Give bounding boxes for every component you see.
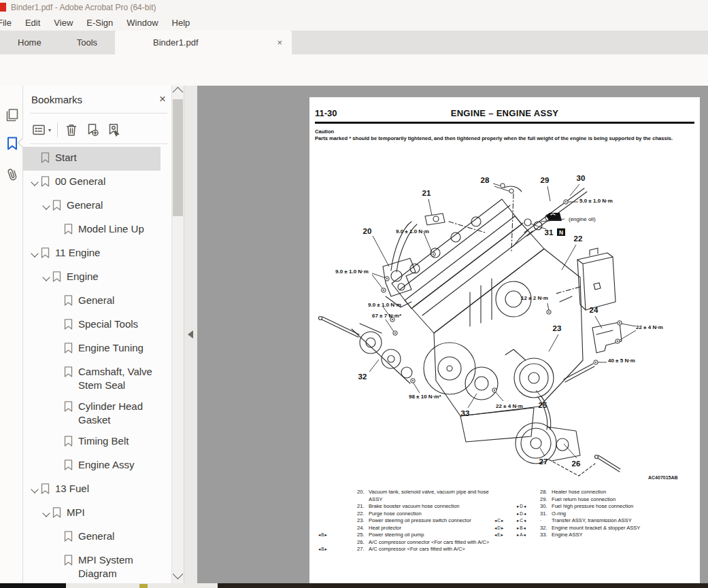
- bookmark-label: Cylinder Head Gasket: [78, 400, 161, 427]
- bookmarks-scrollbar[interactable]: [171, 86, 184, 583]
- legend-text: Engine mount bracket & stopper ASSY: [552, 525, 698, 532]
- bookmark-item[interactable]: Timing Belt: [23, 430, 161, 454]
- legend-item: 23.Power steering oil pressure switch co…: [315, 517, 492, 525]
- bookmark-label: 13 Fuel: [55, 482, 161, 496]
- tab-close-icon[interactable]: ×: [277, 37, 282, 48]
- bookmark-item[interactable]: General: [23, 290, 161, 313]
- chevron-spacer: [52, 341, 63, 346]
- legend-item: 22.Purge hose connection: [315, 511, 492, 518]
- legend-marker: ▸D◂: [517, 503, 540, 511]
- bookmark-item[interactable]: Start: [23, 147, 161, 171]
- bookmark-item[interactable]: MPI System Diagram: [23, 549, 161, 583]
- bookmark-item[interactable]: 11 Engine: [23, 242, 161, 266]
- taskbar-app-icon[interactable]: [139, 584, 148, 588]
- legend-number: 33.: [540, 532, 552, 539]
- new-bookmark-icon[interactable]: [85, 122, 100, 137]
- diagram-callout: 25: [539, 401, 547, 409]
- bookmark-item[interactable]: 00 General: [23, 171, 161, 194]
- scrollbar-thumb[interactable]: [173, 99, 183, 216]
- tab-tools[interactable]: Tools: [59, 31, 115, 54]
- torque-label: 98 ± 10 N·m*: [409, 394, 441, 400]
- legend-number: 30.: [540, 503, 552, 511]
- chevron-down-icon[interactable]: [40, 198, 52, 209]
- chevron-down-icon[interactable]: [29, 175, 40, 185]
- bookmark-label: MPI System Diagram: [78, 553, 161, 581]
- bookmarks-panel-icon[interactable]: [5, 136, 20, 151]
- menu-help[interactable]: Help: [165, 16, 197, 30]
- engine-oil-note: (engine oil): [569, 216, 596, 222]
- bookmark-item[interactable]: MPI: [23, 502, 161, 525]
- bookmark-icon: [63, 341, 78, 358]
- bookmark-label: Timing Belt: [78, 434, 161, 448]
- diagram-callout: 33: [461, 409, 470, 417]
- legend-text: Brake booster vacuum hose connection: [369, 503, 492, 511]
- bookmark-item[interactable]: Engine Tuning: [23, 337, 161, 361]
- bookmark-item[interactable]: Engine: [23, 266, 161, 290]
- collapse-panel-icon[interactable]: [188, 330, 193, 339]
- panel-splitter[interactable]: [184, 86, 198, 583]
- chevron-down-icon[interactable]: [40, 506, 52, 516]
- bookmark-settings-icon[interactable]: [106, 122, 121, 137]
- torque-label: 5.0 ± 1.0 N·m: [579, 198, 613, 204]
- scroll-up-icon[interactable]: [173, 87, 184, 98]
- bookmark-icon: [40, 151, 55, 167]
- chevron-down-icon[interactable]: [40, 270, 52, 280]
- diagram-callout: 21: [422, 189, 431, 197]
- legend-number: 23.: [357, 517, 369, 525]
- page-thumbnails-icon[interactable]: [5, 107, 20, 122]
- menu-edit[interactable]: Edit: [18, 16, 47, 30]
- bookmark-icon: [63, 294, 78, 310]
- torque-label: 9.0 ± 1.0 N·m: [396, 228, 429, 235]
- legend-item: 24.Heat protector: [315, 525, 492, 532]
- attachments-icon[interactable]: [5, 167, 20, 182]
- bookmark-item[interactable]: 13 Fuel: [23, 478, 161, 502]
- diagram-callout: 26: [572, 460, 581, 468]
- legend-right-column: 28.Heater hose connection29.Fuel return …: [494, 489, 698, 539]
- legend-marker: ▸D◂: [517, 511, 540, 518]
- legend-item: ◂E▸▸A◂33.Engine ASSY: [494, 532, 698, 539]
- chevron-spacer: [52, 317, 63, 322]
- diagram-callout: 20: [363, 227, 372, 235]
- close-icon[interactable]: ×: [159, 92, 166, 106]
- bookmark-icon: [52, 270, 67, 286]
- bookmarks-panel: Bookmarks × ▾ Start00 GeneralGeneralMode…: [23, 86, 171, 583]
- torque-label: 22 ± 4 N·m: [636, 324, 663, 330]
- tab-home[interactable]: Home: [0, 31, 59, 54]
- bookmark-item[interactable]: Engine Assy: [23, 454, 161, 478]
- chevron-down-icon[interactable]: [29, 482, 40, 492]
- bookmark-item[interactable]: Cylinder Head Gasket: [23, 396, 161, 430]
- legend-item: 29.Fuel return hose connection: [494, 496, 698, 504]
- bookmark-item[interactable]: Special Tools: [23, 313, 161, 337]
- bookmark-item[interactable]: Model Line Up: [23, 218, 161, 242]
- torque-label: 12 ± 2 N·m: [521, 295, 548, 301]
- legend-marker: ◂C▸: [494, 517, 517, 525]
- chevron-spacer: [52, 434, 63, 439]
- chevron-spacer: [52, 400, 63, 404]
- bookmark-icon: [52, 506, 67, 522]
- legend-number: 26.: [357, 539, 369, 547]
- delete-bookmark-icon[interactable]: [64, 122, 79, 137]
- bookmark-options-icon[interactable]: ▾: [31, 122, 51, 137]
- menu-window[interactable]: Window: [120, 16, 165, 30]
- bookmark-icon: [40, 246, 55, 262]
- chevron-down-icon[interactable]: [29, 246, 40, 256]
- bookmark-item[interactable]: General: [23, 194, 161, 218]
- document-pane[interactable]: 11-30 ENGINE – ENGINE ASSY Caution Parts…: [197, 86, 708, 583]
- menu-view[interactable]: View: [47, 16, 80, 30]
- main-toolbar: / 105 66.7% ▾ ▾: [0, 54, 708, 86]
- acrobat-logo-icon: [0, 3, 6, 12]
- legend-item: ▸D◂30.Fuel high pressure hose connection: [494, 503, 698, 511]
- torque-label: 22 ± 4 N·m: [496, 403, 523, 409]
- divider: [30, 113, 167, 114]
- tab-bar: Home Tools Binder1.pdf ×: [0, 31, 708, 54]
- engine-diagram: 20212829303122232425262732339.0 ± 1.0 N·…: [309, 156, 700, 484]
- menu-esign[interactable]: E-Sign: [80, 16, 120, 30]
- tab-document-label: Binder1.pdf: [153, 37, 199, 48]
- bookmark-item[interactable]: General: [23, 525, 161, 549]
- scroll-down-icon[interactable]: [173, 569, 184, 580]
- menu-file[interactable]: File: [0, 16, 18, 30]
- bookmark-item[interactable]: Camshaft, Valve Stem Seal: [23, 361, 161, 396]
- tab-document[interactable]: Binder1.pdf ×: [115, 31, 292, 54]
- chevron-spacer: [52, 365, 63, 370]
- bookmark-icon: [52, 198, 67, 215]
